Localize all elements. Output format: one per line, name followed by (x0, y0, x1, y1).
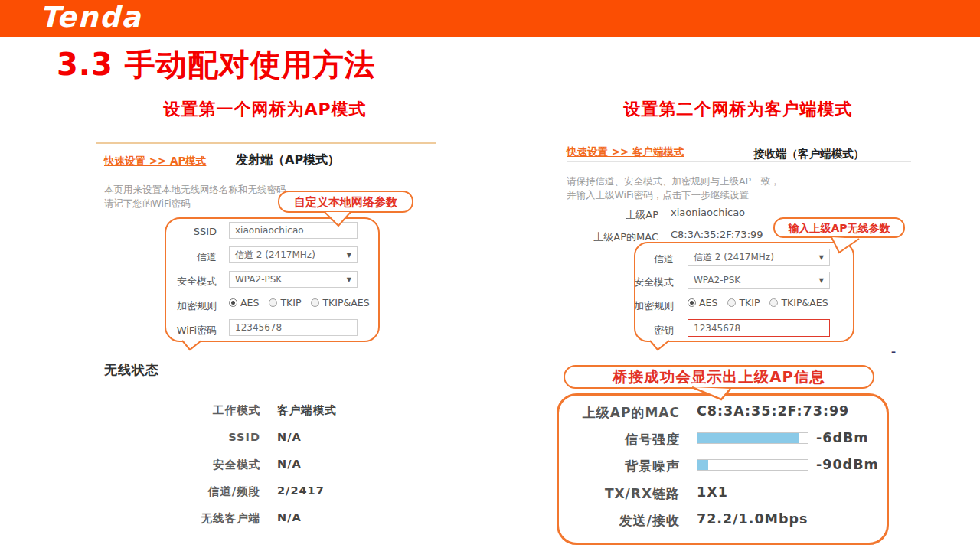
radio-option-label: TKIP&AES (322, 297, 369, 308)
ssid-input[interactable] (229, 222, 358, 239)
channel-label: 信道 (597, 253, 674, 266)
chevron-down-icon: ▼ (347, 276, 351, 283)
right-description-line2: 并输入上级WiFi密码，点击下一步继续设置 (567, 189, 749, 202)
status-row-value: 1X1 (697, 484, 728, 500)
security-mode-select[interactable]: WPA2-PSK ▼ (229, 271, 358, 288)
channel-select[interactable]: 信道 2 (2417MHz) ▼ (688, 249, 830, 266)
status-row-label: 上级AP的MAC (567, 404, 680, 422)
radio-option-aes[interactable]: AES (229, 297, 259, 308)
bridge-callout-tail (689, 386, 733, 405)
left-callout-customize-network: 自定义本地网络参数 (278, 191, 413, 213)
right-callout-enter-upper-ap-params: 输入上级AP无线参数 (773, 217, 905, 238)
slide: Tenda 3.3 手动配对使用方法 设置第一个网桥为AP模式 设置第二个网桥为… (0, 0, 980, 551)
security-mode-label: 安全模式 (153, 275, 217, 289)
encryption-radio-group: AES TKIP TKIP&AES (688, 297, 828, 308)
page-title: 3.3 手动配对使用方法 (57, 44, 376, 86)
status-row-value: N/A (277, 511, 302, 523)
radio-unselected-icon (269, 298, 277, 307)
channel-select-value: 信道 2 (2417MHz) (235, 249, 315, 262)
encryption-rule-label: 加密规则 (153, 299, 217, 313)
signal-strength-bar-fill (697, 433, 799, 443)
tenda-logo: Tenda (40, 1, 142, 34)
radio-option-aes[interactable]: AES (688, 297, 717, 308)
left-header-divider (96, 174, 436, 174)
security-mode-label: 安全模式 (597, 276, 674, 289)
radio-unselected-icon (311, 298, 319, 307)
radio-option-label: AES (699, 297, 717, 308)
upper-ap-mac-value: C8:3A:35:2F:73:99 (671, 229, 763, 240)
security-mode-select[interactable]: WPA2-PSK ▼ (688, 272, 830, 289)
signal-strength-bar (697, 432, 808, 444)
upper-ap-label: 上级AP (582, 208, 658, 222)
right-callout-tail (827, 236, 862, 256)
status-row-value: -90dBm (816, 457, 879, 472)
wifi-password-label: WiFi密码 (153, 324, 217, 337)
security-mode-select-value: WPA2-PSK (235, 274, 282, 285)
radio-option-label: AES (240, 297, 259, 308)
radio-option-tkip-aes[interactable]: TKIP&AES (311, 297, 369, 308)
left-outline-tail (180, 340, 204, 354)
right-panel-title: 接收端（客户端模式） (753, 147, 864, 161)
radio-option-tkip[interactable]: TKIP (269, 297, 301, 308)
brand-header-bar (0, 0, 980, 37)
channel-select[interactable]: 信道 2 (2417MHz) ▼ (229, 246, 358, 263)
upper-ap-value: xiaoniaochicao (671, 207, 745, 218)
key-label: 密钥 (597, 324, 674, 337)
radio-selected-icon (688, 298, 696, 307)
status-row-value: 72.2/1.0Mbps (697, 511, 808, 527)
status-row-label: 发送/接收 (567, 512, 680, 530)
left-breadcrumb-quick-setup[interactable]: 快速设置 >> AP模式 (104, 155, 206, 168)
right-description-line1: 请保持信道、安全模式、加密规则与上级AP一致， (567, 175, 780, 188)
background-noise-bar (697, 459, 808, 471)
radio-option-tkip-aes[interactable]: TKIP&AES (769, 297, 828, 308)
status-row-label: 无线客户端 (138, 511, 260, 526)
status-row-label: 信道/频段 (138, 484, 260, 499)
radio-selected-icon (229, 298, 237, 307)
radio-option-label: TKIP (739, 297, 760, 308)
right-outline-tail (648, 340, 672, 354)
left-panel-title: 发射端（AP模式） (236, 152, 340, 168)
status-row-label: 工作模式 (138, 403, 260, 418)
encryption-radio-group: AES TKIP TKIP&AES (229, 297, 370, 308)
status-row-label: 信号强度 (567, 431, 680, 448)
status-row-value: -6dBm (816, 430, 869, 445)
chevron-down-icon: ▼ (819, 277, 824, 284)
radio-option-label: TKIP&AES (781, 297, 828, 308)
radio-unselected-icon (769, 298, 778, 307)
channel-label: 信道 (153, 250, 217, 264)
status-row-value: 2/2417 (277, 484, 325, 497)
key-input[interactable] (688, 319, 830, 337)
right-breadcrumb-quick-setup[interactable]: 快速设置 >> 客户端模式 (567, 145, 684, 159)
radio-option-label: TKIP (280, 297, 301, 308)
status-row-value: C8:3A:35:2F:73:99 (697, 403, 849, 419)
encryption-rule-label: 加密规则 (597, 299, 674, 313)
status-row-value: 客户端模式 (277, 403, 337, 418)
chevron-down-icon: ▼ (347, 252, 351, 259)
radio-option-tkip[interactable]: TKIP (727, 297, 760, 308)
dash-mark: – (891, 347, 896, 357)
left-column-subtitle: 设置第一个网桥为AP模式 (93, 98, 436, 121)
chevron-down-icon: ▼ (819, 254, 824, 261)
bridge-success-callout: 桥接成功会显示出上级AP信息 (564, 365, 874, 389)
ssid-label: SSID (153, 226, 217, 237)
channel-select-value: 信道 2 (2417MHz) (694, 251, 774, 264)
status-row-label: TX/RX链路 (567, 485, 680, 503)
status-row-value: N/A (277, 431, 302, 443)
status-row-label: 安全模式 (138, 458, 260, 472)
wireless-status-heading: 无线状态 (104, 361, 159, 379)
left-panel-top-accent-line (96, 142, 436, 144)
right-header-divider (567, 161, 911, 162)
status-row-label: 背景噪声 (567, 458, 680, 475)
upper-ap-mac-label: 上级AP的MAC (582, 230, 658, 244)
wifi-password-input[interactable] (229, 319, 358, 336)
security-mode-select-value: WPA2-PSK (694, 275, 740, 285)
radio-unselected-icon (727, 298, 736, 307)
status-row-label: SSID (138, 431, 260, 443)
right-column-subtitle: 设置第二个网桥为客户端模式 (565, 98, 911, 121)
left-description-line1: 本页用来设置本地无线网络名称和无线密码 (104, 184, 286, 197)
left-description-line2: 请记下您的WiFi密码 (104, 197, 191, 210)
status-row-value: N/A (277, 458, 302, 470)
background-noise-bar-fill (697, 460, 708, 470)
